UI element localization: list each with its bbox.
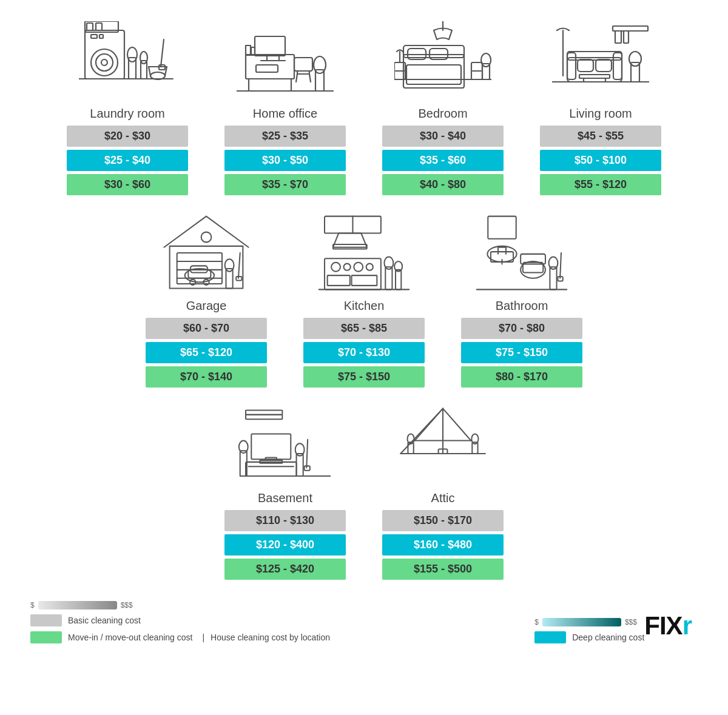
living-room-icon (546, 18, 655, 103)
laundry-icon (73, 18, 182, 103)
svg-rect-121 (297, 454, 303, 476)
svg-rect-59 (578, 59, 593, 72)
room-card-living-room: Living room $45 - $55 $50 - $100 $55 - $… (528, 18, 673, 198)
legend-right: $ $$$ Deep cleaning cost (534, 618, 644, 643)
brand-name-main: FIXr (644, 611, 692, 640)
svg-point-87 (344, 264, 351, 270)
deep-swatch (534, 631, 566, 643)
divider: | (202, 633, 204, 642)
basement-movein-price: $125 - $420 (224, 559, 346, 580)
svg-point-79 (225, 259, 234, 271)
svg-line-123 (306, 440, 308, 468)
bedroom-icon (388, 18, 497, 103)
svg-rect-58 (613, 53, 622, 79)
svg-rect-114 (251, 434, 291, 459)
movein-swatch (30, 631, 62, 643)
dollar-label-1: $ (30, 601, 35, 609)
svg-line-127 (415, 409, 443, 441)
svg-point-5 (101, 59, 107, 65)
kitchen-movein-price: $75 - $150 (303, 366, 425, 388)
room-card-basement: Basement $110 - $130 $120 - $400 $125 - … (212, 403, 358, 583)
svg-rect-117 (246, 462, 297, 476)
basement-deep-price: $120 - $400 (224, 534, 346, 556)
home-office-basic-price: $25 - $35 (224, 126, 346, 147)
legend-deep-row: Deep cleaning cost (534, 631, 644, 643)
svg-line-128 (443, 409, 471, 441)
svg-rect-97 (488, 217, 516, 239)
room-card-bathroom: Bathroom $70 - $80 $75 - $150 $80 - $170 (449, 210, 595, 391)
brand-name-accent: r (682, 611, 692, 640)
room-card-kitchen: Kitchen $65 - $85 $70 - $130 $75 - $150 (291, 210, 437, 391)
svg-rect-112 (246, 410, 282, 414)
row-2: Garage $60 - $70 $65 - $120 $70 - $140 (24, 210, 704, 391)
home-office-deep-price: $30 - $50 (224, 150, 346, 171)
attic-icon (388, 403, 497, 488)
home-office-label: Home office (253, 107, 317, 121)
svg-line-109 (560, 253, 561, 278)
svg-rect-28 (297, 71, 309, 74)
svg-rect-2 (99, 35, 103, 38)
legend-section: $ $$$ Basic cleaning cost Move-in / move… (24, 601, 704, 643)
kitchen-icon (309, 210, 419, 295)
dollar-high-label-1: $$$ (121, 601, 133, 609)
dollar-high-label-2: $$$ (625, 618, 637, 626)
room-card-attic: Attic $150 - $170 $160 - $480 $155 - $50… (370, 403, 516, 583)
living-room-basic-price: $45 - $55 (540, 126, 661, 147)
movein-label: Move-in / move-out cleaning cost (68, 633, 192, 642)
svg-rect-113 (246, 415, 282, 419)
svg-line-15 (149, 67, 150, 76)
svg-point-11 (127, 47, 137, 62)
basement-basic-price: $110 - $130 (224, 510, 346, 531)
laundry-deep-price: $25 - $40 (67, 150, 188, 171)
room-card-home-office: Home office $25 - $35 $30 - $50 $35 - $7… (212, 18, 358, 198)
attic-deep-price: $160 - $480 (382, 534, 504, 556)
legend-gradient-row-2: $ $$$ (534, 618, 644, 626)
main-content: Laundry room $20 - $30 $25 - $40 $30 - $… (24, 18, 704, 643)
garage-basic-price: $60 - $70 (146, 318, 267, 339)
basement-icon (231, 403, 340, 488)
svg-rect-94 (396, 270, 401, 290)
location-label: House cleaning cost by location (211, 633, 330, 642)
svg-point-13 (140, 52, 147, 64)
svg-line-18 (161, 39, 164, 67)
basic-swatch (30, 614, 62, 626)
svg-rect-34 (246, 45, 251, 55)
svg-rect-90 (328, 275, 350, 286)
svg-rect-7 (87, 23, 93, 30)
garage-movein-price: $70 - $140 (146, 366, 267, 388)
svg-point-3 (91, 49, 118, 76)
row-1: Laundry room $20 - $30 $25 - $40 $30 - $… (24, 18, 704, 198)
garage-deep-price: $65 - $120 (146, 342, 267, 363)
svg-point-4 (96, 54, 113, 71)
bathroom-icon (467, 210, 576, 295)
svg-line-30 (309, 74, 311, 82)
kitchen-basic-price: $65 - $85 (303, 318, 425, 339)
bathroom-basic-price: $70 - $80 (461, 318, 582, 339)
dollar-label-2: $ (534, 618, 539, 626)
living-room-deep-price: $50 - $100 (540, 150, 661, 171)
svg-line-80 (238, 253, 240, 278)
bedroom-basic-price: $30 - $40 (382, 126, 504, 147)
deep-label: Deep cleaning cost (572, 633, 644, 642)
brand-logo: FIXr (644, 611, 698, 643)
svg-rect-52 (613, 26, 648, 31)
svg-rect-60 (596, 59, 612, 72)
laundry-label: Laundry room (90, 107, 164, 121)
bedroom-label: Bedroom (418, 107, 467, 121)
room-card-bedroom: Bedroom $30 - $40 $35 - $60 $40 - $80 (370, 18, 516, 198)
svg-line-29 (296, 74, 297, 82)
svg-rect-54 (624, 31, 629, 43)
svg-rect-1 (91, 35, 97, 38)
deep-gradient (542, 618, 621, 626)
svg-rect-20 (246, 55, 294, 79)
svg-point-88 (354, 263, 363, 272)
svg-rect-107 (550, 267, 556, 289)
row-3: Basement $110 - $130 $120 - $400 $125 - … (24, 403, 704, 583)
bedroom-deep-price: $35 - $60 (382, 150, 504, 171)
svg-point-50 (481, 53, 491, 67)
svg-rect-81 (236, 277, 241, 281)
attic-basic-price: $150 - $170 (382, 510, 504, 531)
svg-rect-42 (406, 65, 461, 84)
svg-point-63 (629, 52, 641, 66)
svg-point-72 (201, 232, 212, 243)
